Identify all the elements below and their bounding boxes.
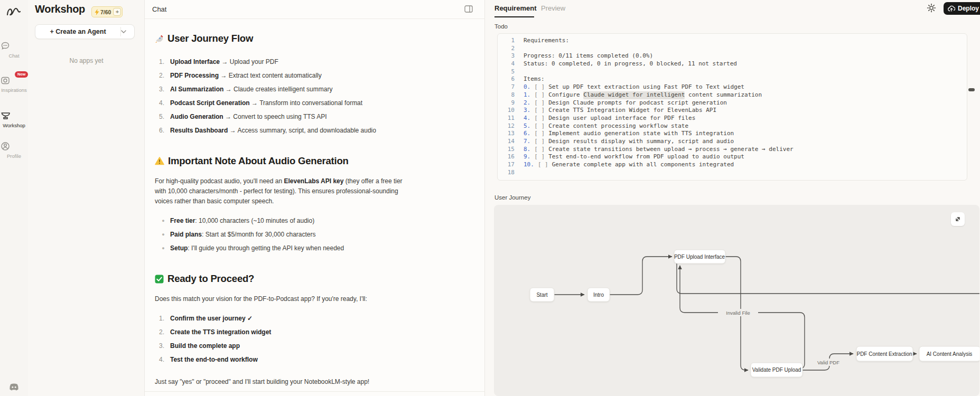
code-line: 1Requirements: bbox=[498, 37, 967, 45]
list-item: 3.AI Summarization → Claude creates inte… bbox=[159, 82, 403, 96]
code-line: 81.[ ]Configure Claude widget for intell… bbox=[498, 91, 967, 99]
deploy-button[interactable]: Deploy bbox=[944, 2, 980, 15]
expand-icon bbox=[954, 215, 962, 223]
list-item: ●Setup: I'll guide you through getting t… bbox=[159, 241, 403, 255]
chevron-down-icon[interactable] bbox=[121, 30, 134, 33]
todo-code-block[interactable]: 1Requirements: 2 3Progress: 0/11 items c… bbox=[497, 33, 967, 181]
sidebar-label-profile: Profile bbox=[0, 153, 28, 159]
node-label-ai-content-analysis: AI Content Analysis bbox=[927, 351, 973, 357]
node-label-pdf-content-extraction: PDF Content Extraction bbox=[856, 351, 912, 357]
code-line: 103.[ ]Create TTS Integration Widget for… bbox=[498, 107, 967, 115]
camera-icon bbox=[0, 75, 11, 86]
plus-icon: + bbox=[50, 28, 53, 35]
highlighted-text: Claude widget for intelligent bbox=[583, 91, 685, 99]
code-line: 114.[ ]Design user upload interface for … bbox=[498, 115, 967, 122]
expand-diagram-button[interactable] bbox=[951, 212, 965, 226]
requirement-panel: Requirement Preview Deploy Todo bbox=[485, 0, 980, 396]
list-item: 4.Test the end-to-end workflow bbox=[159, 353, 403, 366]
list-item: 2.Create the TTS integration widget bbox=[159, 325, 403, 339]
sidebar-label-workshop: Workshop bbox=[0, 122, 28, 128]
sidebar-item-inspirations[interactable]: New Inspirations bbox=[0, 75, 28, 93]
sidebar-label-chat: Chat bbox=[0, 53, 28, 59]
code-line: 3Progress: 0/11 items completed (0.0%) bbox=[498, 52, 967, 60]
edge-label-invalid-file: Invalid File bbox=[726, 310, 750, 316]
scrollbar-thumb[interactable] bbox=[968, 88, 975, 91]
node-label-validate-pdf-upload: Validate PDF Upload bbox=[752, 367, 801, 373]
sidebar-item-profile[interactable]: Profile bbox=[0, 141, 28, 159]
note-paragraph: For high-quality podcast audio, you'll n… bbox=[155, 176, 403, 206]
ready-steps-list: 1.Confirm the user journey ✓ 2.Create th… bbox=[155, 312, 403, 366]
icon-rail: Chat New Inspirations Workshop Profile bbox=[0, 0, 28, 396]
chat-input-divider bbox=[145, 391, 484, 392]
chat-header: Chat bbox=[145, 0, 484, 19]
code-line: 158.[ ]Create state transitions between … bbox=[498, 146, 967, 154]
credits-badge[interactable]: 7/60 + bbox=[91, 6, 123, 17]
chat-bubble-icon bbox=[0, 41, 11, 51]
sidebar-item-workshop[interactable]: Workshop bbox=[0, 110, 28, 128]
lightning-icon bbox=[95, 9, 99, 15]
check-icon bbox=[155, 275, 164, 284]
create-agent-button[interactable]: + Create an Agent bbox=[35, 24, 135, 39]
new-badge: New bbox=[15, 71, 28, 78]
todo-label: Todo bbox=[494, 23, 508, 30]
list-item: 1.Upload Interface → Upload your PDF bbox=[159, 55, 403, 69]
edge-intro-upload bbox=[609, 257, 672, 295]
gear-icon[interactable] bbox=[927, 3, 938, 15]
user-journey-canvas[interactable]: Invalid File Valid PDF Start Intro PDF U… bbox=[494, 205, 979, 396]
chat-message: User Journey Flow 1.Upload Interface → U… bbox=[155, 19, 403, 394]
edge-invalid-file bbox=[680, 266, 805, 369]
code-line: 5 bbox=[498, 68, 967, 76]
panel-toggle-icon[interactable] bbox=[464, 5, 473, 13]
code-line: 92.[ ]Design Claude prompts for podcast … bbox=[498, 99, 967, 107]
list-item: 3.Build the complete app bbox=[159, 339, 403, 353]
flow-steps-list: 1.Upload Interface → Upload your PDF 2.P… bbox=[155, 55, 403, 137]
empty-state-text: No apps yet bbox=[28, 57, 145, 64]
node-label-intro: Intro bbox=[593, 292, 604, 298]
ready-paragraph: Does this match your vision for the PDF-… bbox=[155, 294, 403, 304]
credits-value: 7/60 bbox=[100, 9, 111, 15]
add-credits-button[interactable]: + bbox=[113, 8, 121, 16]
code-line: 2 bbox=[498, 45, 967, 53]
tab-preview[interactable]: Preview bbox=[541, 4, 565, 12]
list-item: 5.Audio Generation → Convert to speech u… bbox=[159, 110, 403, 124]
list-item: 4.Podcast Script Generation → Transform … bbox=[159, 96, 403, 110]
code-line: 125.[ ]Create content processing workflo… bbox=[498, 122, 967, 130]
anvil-icon bbox=[0, 110, 12, 121]
heading-ready-to-proceed: Ready to Proceed? bbox=[155, 273, 403, 285]
list-item: ●Free tier: 10,000 characters (~10 minut… bbox=[159, 214, 403, 228]
flow-diagram: Invalid File Valid PDF Start Intro PDF U… bbox=[494, 205, 979, 396]
chat-header-title: Chat bbox=[152, 5, 166, 13]
code-line: 70.[ ]Set up PDF text extraction using F… bbox=[498, 83, 967, 91]
list-item: 6.Results Dashboard → Access summary, sc… bbox=[159, 124, 403, 137]
heading-user-journey-flow: User Journey Flow bbox=[155, 33, 403, 44]
tab-requirement[interactable]: Requirement bbox=[494, 4, 536, 12]
list-item: 2.PDF Processing → Extract text content … bbox=[159, 69, 403, 82]
warning-icon bbox=[155, 157, 164, 165]
code-line: 1710.[ ]Generate complete app with all c… bbox=[498, 161, 967, 169]
app-logo-icon bbox=[6, 4, 22, 17]
chat-panel: Chat User Journey Flow 1.Upload Inte bbox=[145, 0, 485, 396]
edge-upload-offscreen bbox=[677, 263, 979, 294]
code-line: 18 bbox=[498, 169, 967, 177]
code-line: 147.[ ]Design results display with summa… bbox=[498, 138, 967, 146]
outro-paragraph: Just say "yes" or "proceed" and I'll sta… bbox=[155, 377, 403, 387]
active-tab-underline bbox=[494, 16, 534, 17]
code-line: 6Items: bbox=[498, 76, 967, 83]
node-label-start: Start bbox=[536, 292, 547, 298]
code-line: 4Status: 0 completed, 0 in progress, 0 b… bbox=[498, 60, 967, 68]
deploy-label: Deploy bbox=[958, 5, 979, 12]
page-title: Workshop bbox=[35, 3, 85, 15]
rocket-icon bbox=[155, 34, 164, 43]
sidebar-item-chat[interactable]: Chat bbox=[0, 41, 28, 59]
flow-edges bbox=[554, 257, 979, 370]
cloud-upload-icon bbox=[948, 5, 955, 12]
list-item: 1.Confirm the user journey ✓ bbox=[159, 312, 403, 325]
agents-panel: Workshop 7/60 + + Create an Agent No app… bbox=[28, 0, 145, 396]
discord-icon[interactable] bbox=[8, 383, 20, 392]
profile-icon bbox=[0, 141, 11, 152]
code-line: 169.[ ]Test end-to-end workflow from PDF… bbox=[498, 153, 967, 161]
pricing-list: ●Free tier: 10,000 characters (~10 minut… bbox=[155, 214, 403, 255]
list-item: ●Paid plans: Start at $5/month for 30,00… bbox=[159, 228, 403, 241]
code-line: 136.[ ]Implement audio generation state … bbox=[498, 130, 967, 138]
node-label-pdf-upload-interface: PDF Upload Interface bbox=[674, 254, 725, 260]
